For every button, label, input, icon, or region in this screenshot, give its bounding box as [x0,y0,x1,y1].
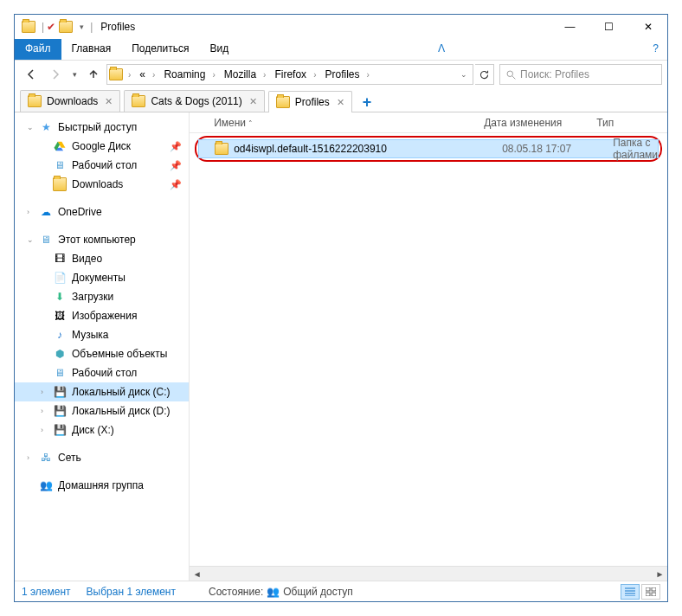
tab-cats-dogs[interactable]: Cats & Dogs (2011)✕ [124,90,264,112]
column-type[interactable]: Тип [596,117,667,129]
ribbon-help-button[interactable]: ? [644,39,667,60]
ribbon-tab-file[interactable]: Файл [15,39,61,60]
nav-back-button[interactable] [20,63,42,86]
tab-close-icon[interactable]: ✕ [103,96,114,107]
tree-disk-d[interactable]: ›💾Локальный диск (D:) [15,401,189,420]
breadcrumb-prefix[interactable]: « [134,67,149,82]
ribbon-collapse-button[interactable]: ᐱ [429,39,454,60]
view-details-button[interactable] [621,584,640,600]
qat-sep: | [87,21,95,33]
tab-close-icon[interactable]: ✕ [248,96,259,107]
tab-close-icon[interactable]: ✕ [335,97,346,108]
chevron-right-icon[interactable]: › [27,453,29,462]
tab-label: Cats & Dogs (2011) [151,95,241,107]
chevron-right-icon[interactable]: › [149,70,158,80]
ribbon-tab-share[interactable]: Поделиться [121,39,199,60]
column-date[interactable]: Дата изменения [484,117,596,129]
highlight-annotation: od4iswpl.default-1516222203910 08.05.18 … [195,136,662,162]
chevron-right-icon[interactable]: › [310,70,319,80]
breadcrumb-item[interactable]: Mozilla [219,67,260,82]
search-input[interactable]: Поиск: Profiles [499,64,662,85]
nav-up-button[interactable] [82,63,105,86]
chevron-right-icon[interactable]: › [260,70,269,80]
drive-icon: 💾 [53,404,67,418]
tree-downloads2[interactable]: ⬇Загрузки [15,287,189,306]
horizontal-scrollbar[interactable]: ◄ ► [190,566,667,581]
status-state: Состояние: 👥 Общий доступ [209,586,353,598]
chevron-right-icon[interactable]: › [209,70,218,80]
explorer-window: | ✔ ▾ | Profiles — ☐ ✕ Файл Главная Поде… [14,14,668,602]
tree-network[interactable]: ›🖧Сеть [15,448,189,467]
chevron-right-icon[interactable]: › [363,70,372,80]
address-dropdown-icon[interactable]: ⌄ [457,70,471,79]
breadcrumb-item[interactable]: Firefox [269,67,310,82]
close-button[interactable]: ✕ [628,15,667,39]
breadcrumb-item[interactable]: Roaming [158,67,209,82]
file-date: 08.05.18 17:07 [502,143,613,155]
nav-forward-button[interactable] [44,63,67,86]
svg-rect-1 [646,587,650,591]
folder-tabs: Downloads✕ Cats & Dogs (2011)✕ Profiles✕… [15,88,667,112]
column-name[interactable]: Имени ˄ [214,117,484,129]
search-placeholder: Поиск: Profiles [520,68,589,80]
file-row[interactable]: od4iswpl.default-1516222203910 08.05.18 … [198,139,659,158]
chevron-down-icon[interactable]: ⌄ [27,235,34,244]
chevron-right-icon[interactable]: › [41,407,43,415]
tab-downloads[interactable]: Downloads✕ [20,90,120,112]
tree-disk-x[interactable]: ›💾Диск (X:) [15,420,189,440]
tree-disk-c[interactable]: ›💾Локальный диск (C:) [15,382,189,401]
network-icon: 🖧 [39,451,53,465]
empty-area[interactable] [190,164,667,566]
tree-quick-access[interactable]: ⌄★Быстрый доступ [15,118,189,137]
download-icon: ⬇ [53,290,67,304]
tree-downloads[interactable]: Downloads📌 [15,175,189,194]
pin-icon[interactable]: 📌 [170,179,182,190]
homegroup-icon: 👥 [39,478,53,492]
navigation-tree[interactable]: ⌄★Быстрый доступ Google Диск📌 🖥Рабочий с… [15,112,190,581]
qat-folder-icon[interactable] [59,21,73,33]
address-bar[interactable]: › « › Roaming › Mozilla › Firefox › Prof… [106,64,473,85]
tree-documents[interactable]: 📄Документы [15,268,189,287]
chevron-down-icon[interactable]: ⌄ [27,123,34,132]
nav-history-button[interactable]: ▾ [68,63,80,86]
breadcrumb-item[interactable]: Profiles [319,67,363,82]
folder-icon [215,143,228,155]
scroll-right-icon[interactable]: ► [653,569,667,579]
chevron-right-icon[interactable]: › [41,388,43,396]
view-icons-button[interactable] [641,584,660,600]
refresh-button[interactable] [475,64,494,85]
tree-onedrive[interactable]: ›☁OneDrive [15,202,189,221]
chevron-right-icon[interactable]: › [125,70,134,80]
maximize-icon: ☐ [604,21,614,33]
new-tab-button[interactable]: + [356,93,379,112]
qat-dropdown-icon[interactable]: ▾ [76,22,87,31]
tree-desktop2[interactable]: 🖥Рабочий стол [15,363,189,382]
picture-icon: 🖼 [53,309,67,323]
tree-video[interactable]: 🎞Видео [15,249,189,268]
folder-icon [276,96,290,108]
tree-google-drive[interactable]: Google Диск📌 [15,137,189,156]
qat-check-icon[interactable]: ✔ [47,21,55,33]
maximize-button[interactable]: ☐ [589,15,628,39]
tree-3d-objects[interactable]: ⬢Объемные объекты [15,344,189,363]
tree-homegroup[interactable]: 👥Домашняя группа [15,476,189,495]
scroll-left-icon[interactable]: ◄ [190,569,204,579]
status-bar: 1 элемент Выбран 1 элемент Состояние: 👥 … [15,581,667,601]
chevron-right-icon[interactable]: › [27,208,29,216]
tree-this-pc[interactable]: ⌄🖥Этот компьютер [15,230,189,249]
chevron-right-icon[interactable]: › [41,426,43,434]
tree-pictures[interactable]: 🖼Изображения [15,306,189,325]
pin-icon[interactable]: 📌 [170,141,182,152]
tab-label: Profiles [295,96,330,108]
title-bar[interactable]: | ✔ ▾ | Profiles — ☐ ✕ [15,15,667,39]
tree-desktop[interactable]: 🖥Рабочий стол📌 [15,156,189,175]
file-name: od4iswpl.default-1516222203910 [234,143,502,155]
qat-sep: | [39,21,47,33]
tree-music[interactable]: ♪Музыка [15,325,189,344]
pin-icon[interactable]: 📌 [170,160,182,171]
tab-profiles[interactable]: Profiles✕ [268,91,352,112]
column-headers[interactable]: Имени ˄ Дата изменения Тип [190,112,667,133]
ribbon-tab-view[interactable]: Вид [199,39,239,60]
minimize-button[interactable]: — [550,15,589,39]
ribbon-tab-home[interactable]: Главная [61,39,122,60]
